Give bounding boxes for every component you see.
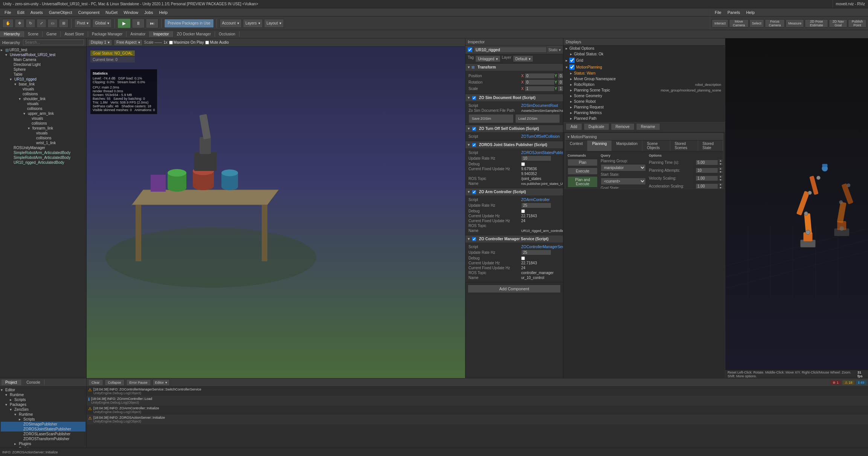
tab-inspector[interactable]: Inspector (149, 31, 173, 37)
maximize-on-play[interactable]: Maximize On Play (169, 40, 204, 44)
tab-game[interactable]: Game (43, 31, 61, 37)
list-item[interactable]: ZOROSJointStatesPublisher (1, 427, 85, 432)
console-error-pause-btn[interactable]: Error Pause (126, 379, 151, 386)
list-item[interactable]: ▾ UniversalRobot_UR10_test (1, 52, 85, 57)
displays-planning-metrics[interactable]: ▸ Planning Metrics (563, 110, 725, 116)
tab-scene[interactable]: Scene (24, 31, 43, 37)
displays-add-btn[interactable]: Add (566, 123, 582, 130)
ctrl-mgr-debug[interactable] (521, 256, 525, 260)
arm-debug[interactable] (521, 209, 525, 213)
displays-planned-path[interactable]: ▸ Planned Path (563, 116, 725, 121)
execute-btn[interactable]: Execute (567, 168, 598, 175)
tool-rotate[interactable]: ↻ (26, 19, 35, 28)
list-item[interactable]: ▾ base_link (1, 82, 85, 87)
ctrl-mgr-update-rate[interactable] (521, 250, 551, 255)
motion-tab-manipulation[interactable]: Manipulation (612, 140, 642, 151)
scale-y[interactable] (558, 86, 563, 92)
velocity-scaling-down[interactable]: ▼ (718, 178, 723, 181)
list-item[interactable]: collisions (1, 106, 85, 111)
add-component-btn[interactable]: Add Component (468, 285, 561, 293)
planning-attempts-down[interactable]: ▼ (718, 170, 723, 174)
displays-global-status[interactable]: ▸ Global Status: Ok (563, 51, 725, 57)
list-item[interactable]: visuals (1, 87, 85, 92)
list-item[interactable]: ▸Plugins (1, 441, 85, 446)
zoros-joint-states-header[interactable]: ▾ ZOROS Joint States Publisher (Script) (465, 141, 563, 148)
menu-assets[interactable]: Assets (27, 9, 46, 15)
arm-update-rate[interactable] (521, 203, 551, 208)
tab-asset-store[interactable]: Asset Store (61, 31, 88, 37)
list-item[interactable]: ▾Packages (1, 402, 85, 407)
rviz-menu-help[interactable]: Help (743, 9, 758, 15)
console-editor-dropdown[interactable]: Editor ▾ (153, 379, 170, 386)
zo-sim-doc-root-header[interactable]: ▾ ZO Sim Document Root (Script) (465, 94, 563, 101)
displays-scene-robot[interactable]: ▸ Scene Robot (563, 99, 725, 104)
grid-check[interactable] (569, 58, 575, 63)
list-item[interactable]: ▸Scripts (1, 417, 85, 422)
rot-y[interactable] (558, 79, 563, 85)
console-entry[interactable]: ⚠ [18:04:38] INFO: ZOArmController::Init… (87, 406, 868, 415)
zo-self-coll-toggle[interactable] (472, 127, 476, 131)
layers-dropdown[interactable]: Layers ▾ (243, 19, 263, 28)
zo-arm-controller-header[interactable]: ▾ ZO Arm Controller (Script) (465, 188, 563, 195)
rviz-menu-file[interactable]: File (712, 9, 725, 15)
zoros-joint-toggle[interactable] (472, 143, 476, 147)
rviz-2d-pose-btn[interactable]: 2D Pose Estimate (805, 19, 828, 27)
list-item[interactable]: collisions (1, 92, 85, 96)
list-item[interactable]: SimpleRobotArm_ArticulatedBody (1, 155, 85, 160)
displays-remove-btn[interactable]: Remove (611, 123, 635, 130)
list-item[interactable]: Sphere (1, 67, 85, 72)
display-dropdown[interactable]: Display 1 ▾ (88, 39, 112, 46)
list-item[interactable]: ▾ shoulder_link (1, 96, 85, 101)
accel-scaling-down[interactable]: ▼ (718, 186, 723, 189)
list-item[interactable]: ROSUnityManager (1, 145, 85, 150)
account-dropdown[interactable]: Account ▾ (220, 19, 242, 28)
menu-nuget[interactable]: NuGet (102, 9, 121, 15)
pos-x[interactable] (525, 73, 555, 79)
rviz-2d-nav-btn[interactable]: 2D Nav Goal (829, 19, 847, 27)
save-zosim-btn[interactable]: Save ZOSim (468, 114, 514, 123)
tab-console[interactable]: Console (23, 380, 44, 385)
velocity-scaling-up[interactable]: ▲ (718, 175, 723, 178)
list-item[interactable]: wrist_1_link (1, 140, 85, 145)
rot-x[interactable] (525, 79, 555, 85)
menu-component[interactable]: Component (75, 9, 102, 15)
scene-view[interactable]: Goal Status: NO_GOAL Current time: 0 Sta… (87, 47, 465, 378)
list-item[interactable]: Directional Light (1, 62, 85, 67)
motion-tab-planning[interactable]: Planning (587, 140, 612, 151)
mute-audio[interactable]: Mute Audio (205, 40, 229, 44)
motion-tab-stored-state[interactable]: Stored State (698, 140, 723, 151)
planning-attempts-up[interactable]: ▲ (718, 167, 723, 170)
list-item[interactable]: ▸Scripts (1, 397, 85, 402)
list-item[interactable]: visuals (1, 131, 85, 136)
load-zosim-btn[interactable]: Load ZOSim (515, 114, 560, 123)
displays-robot-description[interactable]: ▸ RobcRiption robot_description (563, 82, 725, 87)
console-entry[interactable]: ⚠ [18:04:38] INFO: ZOControllerManagerSe… (87, 387, 868, 396)
rviz-move-camera-btn[interactable]: Move Camera (729, 19, 749, 27)
rviz-measure-btn[interactable]: Measure (786, 19, 804, 27)
tool-transform[interactable]: ⊞ (59, 19, 69, 28)
ctrl-mgr-toggle[interactable] (472, 237, 476, 241)
list-item[interactable]: ZOROSTransformPublisher (1, 436, 85, 441)
tab-zo-docker[interactable]: ZO Docker Manager (173, 31, 215, 37)
step-button[interactable]: ⏭ (146, 18, 159, 28)
planning-group-select[interactable]: manipulator (601, 164, 646, 171)
joint-debug[interactable] (521, 162, 525, 166)
tag-dropdown[interactable]: Untagged ▾ (475, 55, 500, 62)
displays-rename-btn[interactable]: Rename (636, 123, 660, 130)
menu-edit[interactable]: Edit (14, 9, 27, 15)
console-collapse-btn[interactable]: Collapse (105, 379, 125, 386)
tool-scale[interactable]: ⤢ (37, 19, 46, 28)
list-item[interactable]: ▾Runtime (1, 392, 85, 397)
object-name-input[interactable] (474, 47, 547, 53)
displays-move-group-ns[interactable]: ▸ Move Group Namespace (563, 76, 725, 82)
list-item[interactable]: collisions (1, 121, 85, 126)
tab-hierarchy[interactable]: Hierarchy (0, 31, 24, 37)
motion-tab-scene-objects[interactable]: Scene Objects (642, 140, 670, 151)
menu-gameobject[interactable]: GameObject (46, 9, 75, 15)
list-item[interactable]: ▾ forearm_link (1, 126, 85, 131)
accel-scaling-input[interactable] (696, 183, 718, 189)
motion-planning-check[interactable] (569, 64, 575, 70)
tab-animator[interactable]: Animator (127, 31, 149, 37)
tool-rect[interactable]: ▭ (47, 19, 58, 28)
pos-y[interactable] (558, 73, 563, 79)
